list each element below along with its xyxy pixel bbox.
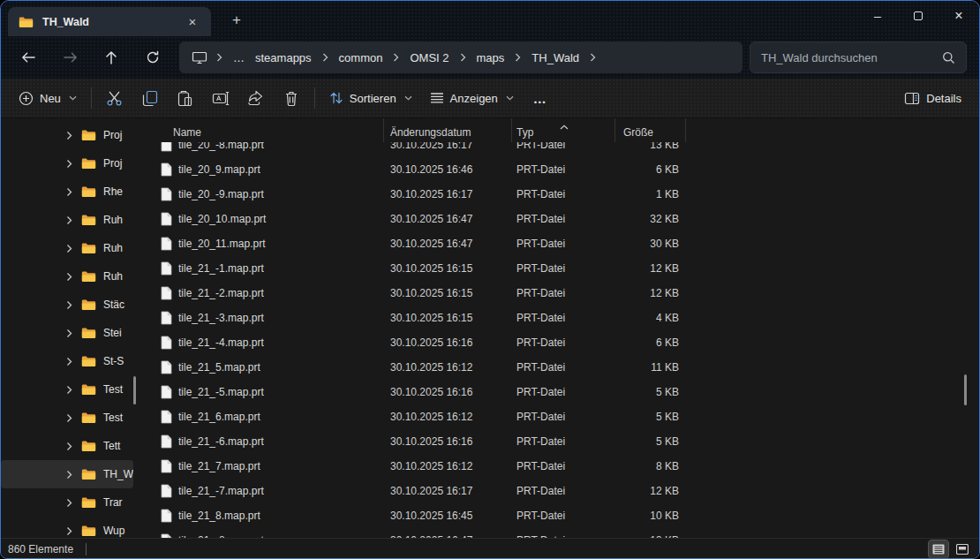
chevron-right-icon[interactable] xyxy=(509,53,526,62)
details-pane-button[interactable]: Details xyxy=(895,83,970,113)
file-row[interactable]: tile_21_-1.map.prt 30.10.2025 16:15 PRT-… xyxy=(142,256,979,281)
sidebar-folder-item[interactable]: Rhe xyxy=(1,178,142,206)
file-row[interactable]: tile_21_-7.map.prt 30.10.2025 16:17 PRT-… xyxy=(142,479,979,503)
sidebar-folder-item[interactable]: Trar xyxy=(1,488,142,517)
breadcrumb-item[interactable]: TH_Wald xyxy=(526,51,584,64)
folder-icon xyxy=(81,270,96,283)
sidebar-folder-item[interactable]: Test xyxy=(1,375,142,404)
sidebar-folder-item[interactable]: St-S xyxy=(1,347,142,375)
more-options-button[interactable]: … xyxy=(523,91,559,106)
chevron-expand-icon[interactable] xyxy=(66,413,72,423)
view-button[interactable]: Anzeigen xyxy=(421,83,523,113)
new-tab-button[interactable]: + xyxy=(223,7,250,34)
file-row[interactable]: tile_21_-2.map.prt 30.10.2025 16:15 PRT-… xyxy=(142,281,979,306)
file-row[interactable]: tile_21_5.map.prt 30.10.2025 16:12 PRT-D… xyxy=(142,355,979,380)
search-icon[interactable] xyxy=(942,51,955,64)
back-button[interactable] xyxy=(13,43,43,72)
file-rows-viewport: tile_20_-8.map.prt 30.10.2025 16:17 PRT-… xyxy=(142,142,979,538)
sidebar-folder-item[interactable]: Test xyxy=(1,404,142,432)
column-headers: Name Änderungsdatum Typ Größe xyxy=(142,118,979,142)
file-row[interactable]: tile_20_-8.map.prt 30.10.2025 16:17 PRT-… xyxy=(142,142,979,157)
chevron-expand-icon[interactable] xyxy=(66,131,72,140)
sidebar-folder-item[interactable]: Tett xyxy=(1,432,142,460)
file-row[interactable]: tile_21_8.map.prt 30.10.2025 16:45 PRT-D… xyxy=(142,503,979,528)
sidebar-folder-item[interactable]: Stei xyxy=(1,319,142,347)
cut-button[interactable] xyxy=(97,83,132,113)
file-size: 5 KB xyxy=(615,404,686,429)
rename-button[interactable] xyxy=(203,83,238,113)
chevron-right-icon[interactable] xyxy=(317,53,334,62)
this-pc-icon[interactable] xyxy=(188,51,211,64)
forward-button[interactable] xyxy=(55,43,85,72)
close-button[interactable]: × xyxy=(939,1,979,31)
delete-button[interactable] xyxy=(274,83,309,113)
chevron-right-icon[interactable] xyxy=(388,53,404,62)
sidebar-folder-item[interactable]: Proj xyxy=(1,149,142,178)
sidebar-folder-item[interactable]: Proj xyxy=(1,121,142,149)
chevron-expand-icon[interactable] xyxy=(66,215,72,225)
maximize-button[interactable] xyxy=(898,1,939,31)
breadcrumb[interactable]: … steamapps common OMSI 2 xyxy=(179,42,743,73)
file-row[interactable]: tile_21_-8.map.prt 30.10.2025 16:47 PRT-… xyxy=(142,528,979,538)
chevron-expand-icon[interactable] xyxy=(66,300,72,310)
file-row[interactable]: tile_21_-3.map.prt 30.10.2025 16:15 PRT-… xyxy=(142,306,979,330)
file-row[interactable]: tile_21_6.map.prt 30.10.2025 16:12 PRT-D… xyxy=(142,404,979,429)
file-type: PRT-Datei xyxy=(512,142,615,157)
copy-button[interactable] xyxy=(132,83,168,113)
chevron-expand-icon[interactable] xyxy=(66,357,72,366)
chevron-expand-icon[interactable] xyxy=(66,187,72,197)
minimize-button[interactable]: – xyxy=(857,1,898,31)
chevron-expand-icon[interactable] xyxy=(66,159,72,169)
chevron-right-icon[interactable] xyxy=(455,53,471,62)
chevron-expand-icon[interactable] xyxy=(66,498,72,508)
file-size: 12 KB xyxy=(615,281,686,306)
sidebar-folder-item[interactable]: Ruh xyxy=(1,234,142,262)
chevron-expand-icon[interactable] xyxy=(66,244,72,253)
file-name: tile_21_-6.map.prt xyxy=(178,435,264,448)
breadcrumb-item[interactable]: steamapps xyxy=(250,51,317,64)
breadcrumb-item[interactable]: common xyxy=(334,51,388,64)
column-header-type[interactable]: Typ xyxy=(512,118,615,142)
chevron-expand-icon[interactable] xyxy=(66,385,72,395)
sidebar-folder-label: Rhe xyxy=(103,185,123,198)
paste-button[interactable] xyxy=(168,83,203,113)
share-button[interactable] xyxy=(238,83,274,113)
file-row[interactable]: tile_20_-9.map.prt 30.10.2025 16:17 PRT-… xyxy=(142,182,979,207)
file-type: PRT-Datei xyxy=(512,207,615,231)
chevron-expand-icon[interactable] xyxy=(66,470,72,480)
breadcrumb-item[interactable]: maps xyxy=(471,51,510,64)
refresh-button[interactable] xyxy=(138,43,168,72)
sidebar-folder-item[interactable]: Wup xyxy=(1,517,142,538)
file-row[interactable]: tile_20_9.map.prt 30.10.2025 16:46 PRT-D… xyxy=(142,157,979,182)
chevron-right-icon[interactable] xyxy=(584,53,601,62)
sidebar-folder-item[interactable]: Ruh xyxy=(1,206,142,234)
column-header-name[interactable]: Name xyxy=(161,118,384,142)
thumbnails-view-toggle[interactable] xyxy=(953,540,972,558)
up-button[interactable] xyxy=(96,43,126,72)
column-header-size[interactable]: Größe xyxy=(615,118,686,142)
chevron-expand-icon[interactable] xyxy=(66,329,72,338)
chevron-expand-icon[interactable] xyxy=(66,272,72,282)
file-row[interactable]: tile_21_7.map.prt 30.10.2025 16:12 PRT-D… xyxy=(142,454,979,479)
file-row[interactable]: tile_20_11.map.prt 30.10.2025 16:47 PRT-… xyxy=(142,231,979,256)
sidebar-folder-item[interactable]: Stäc xyxy=(1,291,142,319)
file-row[interactable]: tile_20_10.map.prt 30.10.2025 16:47 PRT-… xyxy=(142,207,979,231)
file-row[interactable]: tile_21_-5.map.prt 30.10.2025 16:16 PRT-… xyxy=(142,380,979,404)
tab-close-icon[interactable]: × xyxy=(183,12,202,32)
breadcrumb-item[interactable]: OMSI 2 xyxy=(404,51,454,64)
details-view-toggle[interactable] xyxy=(929,540,948,558)
chevron-expand-icon[interactable] xyxy=(66,442,72,451)
search-box[interactable]: TH_Wald durchsuchen xyxy=(750,42,967,73)
sidebar-folder-item[interactable]: Ruh xyxy=(1,262,142,291)
sidebar-scrollbar-thumb[interactable] xyxy=(133,376,136,404)
breadcrumb-overflow[interactable]: … xyxy=(228,51,250,64)
column-header-date[interactable]: Änderungsdatum xyxy=(384,118,512,142)
file-row[interactable]: tile_21_-6.map.prt 30.10.2025 16:16 PRT-… xyxy=(142,429,979,454)
file-row[interactable]: tile_21_-4.map.prt 30.10.2025 16:16 PRT-… xyxy=(142,330,979,355)
chevron-right-icon[interactable] xyxy=(211,53,228,62)
sidebar-folder-item[interactable]: TH_W xyxy=(1,460,133,488)
explorer-tab[interactable]: TH_Wald × xyxy=(8,7,211,36)
new-button[interactable]: Neu xyxy=(10,83,86,113)
chevron-expand-icon[interactable] xyxy=(66,526,72,536)
sort-button[interactable]: Sortieren xyxy=(320,83,421,113)
